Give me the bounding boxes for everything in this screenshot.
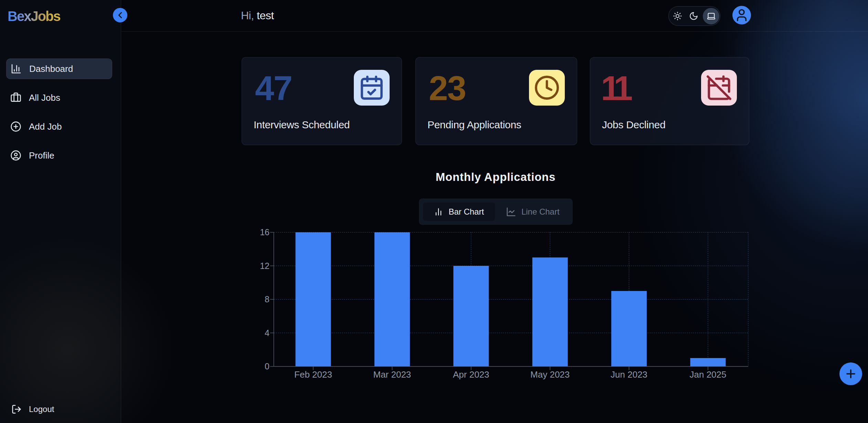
- svg-text:0: 0: [265, 361, 269, 371]
- svg-text:4: 4: [265, 328, 269, 338]
- svg-text:12: 12: [260, 261, 269, 271]
- svg-text:16: 16: [260, 227, 269, 237]
- svg-text:May 2023: May 2023: [530, 369, 570, 380]
- svg-text:Jun 2023: Jun 2023: [611, 369, 647, 380]
- svg-text:Mar 2023: Mar 2023: [373, 369, 411, 380]
- svg-text:Feb 2023: Feb 2023: [294, 369, 332, 380]
- svg-text:Apr 2023: Apr 2023: [453, 369, 489, 380]
- svg-text:8: 8: [265, 294, 269, 304]
- svg-text:Jan 2025: Jan 2025: [690, 369, 727, 380]
